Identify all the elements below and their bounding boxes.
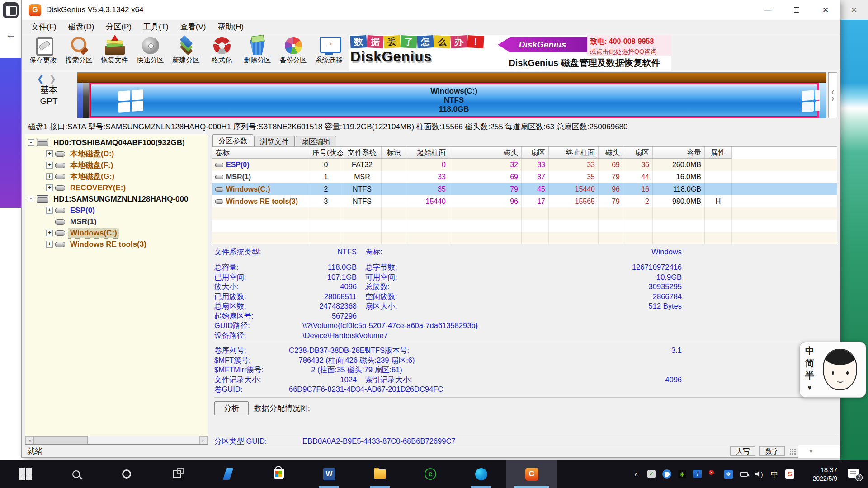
partition-block-msr[interactable] [83,83,89,118]
taskbar-search[interactable] [51,460,101,488]
col-end-cylinder[interactable]: 终止柱面 [549,147,599,159]
search-partition-button[interactable]: 搜索分区 [61,34,97,71]
tray-expand-button[interactable]: ∧ [630,468,642,480]
table-row-esp[interactable]: ESP(0) 0 FAT32 0 32 33 33 69 36 260.0MB [212,159,837,171]
col-start-sector[interactable]: 扇区 [522,147,549,159]
taskbar-store[interactable] [253,460,304,488]
resize-grip[interactable] [789,448,796,455]
tray-nvidia[interactable]: ◉ [676,468,688,480]
expander-icon[interactable]: + [46,162,53,169]
taskbar-file-explorer[interactable] [354,460,405,488]
tree-horizontal-scrollbar[interactable]: ◂ ▸ [25,436,208,444]
scrollbar-thumb[interactable] [33,436,88,444]
col-start-head[interactable]: 磁头 [449,147,522,159]
side-prev-icon[interactable]: ❮ [831,90,835,94]
quick-partition-button[interactable]: 快速分区 [132,34,168,71]
tree-item-windows-c[interactable]: + Windows(C:) [25,227,208,239]
start-button[interactable] [0,460,51,488]
tree-item-local-d[interactable]: + 本地磁盘(D:) [25,148,208,160]
background-app-icon[interactable] [3,2,19,18]
tray-messenger-app[interactable] [661,468,673,480]
expander-icon[interactable]: - [28,196,34,202]
tree-item-esp[interactable]: + ESP(0) [25,205,208,216]
tray-intel-graphics[interactable]: i [692,468,703,480]
tree-item-recovery-e[interactable]: + RECOVERY(E:) [25,182,208,193]
taskbar-clock[interactable]: 18:37 2022/5/9 [800,465,837,483]
expander-icon[interactable]: + [46,241,53,248]
backup-partition-button[interactable]: 备份分区 [275,34,311,71]
scroll-right-icon[interactable]: ▸ [199,436,208,444]
tray-freeze-tool[interactable]: ❄ [722,468,734,480]
disk-next-icon[interactable]: ❯ [49,74,61,84]
col-end-sector[interactable]: 扇区 [623,147,653,159]
menu-disk[interactable]: 磁盘(D) [62,20,100,34]
back-arrow-icon[interactable]: ← [5,28,16,41]
col-start-cylinder[interactable]: 起始柱面 [406,147,449,159]
partition-block-windows-c[interactable]: Windows(C:) NTFS 118.0GB [89,83,819,118]
save-changes-button[interactable]: 保存更改 [25,34,61,71]
task-view-button[interactable] [152,460,203,488]
menu-file[interactable]: 文件(F) [25,20,62,34]
col-volume-label[interactable]: 卷标 [212,147,309,159]
expander-icon[interactable]: + [46,207,53,214]
col-capacity[interactable]: 容量 [653,147,705,159]
taskbar-ie-browser[interactable]: e [405,460,456,488]
taskbar-diskgenius-active[interactable]: G [506,460,557,488]
tray-power[interactable] [738,468,750,480]
tree-item-windows-re[interactable]: + Windows RE tools(3) [25,239,208,250]
system-migration-button[interactable]: 系统迁移 [311,34,347,71]
disk-bar-side-nav[interactable]: ❮ ❯ [828,72,837,118]
col-attribute[interactable]: 属性 [705,147,732,159]
partition-block-esp[interactable] [77,83,83,118]
tray-security[interactable] [707,468,719,480]
col-index-status[interactable]: 序号(状态) [309,147,343,159]
tree-item-hd0[interactable]: - HD0:TOSHIBAMQ04ABF100(932GB) [25,137,208,148]
format-button[interactable]: 格式化 [204,34,240,71]
tab-sector-edit[interactable]: 扇区编辑 [296,136,336,146]
taskbar-word[interactable]: W [304,460,354,488]
taskbar-cortana[interactable] [101,460,152,488]
table-row-windows-re[interactable]: Windows RE tools(3) 3 NTFS 15440 96 17 1… [212,195,837,207]
expander-icon[interactable]: + [46,184,53,191]
recover-files-button[interactable]: 恢复文件 [97,34,132,71]
expander-icon[interactable]: + [46,150,53,157]
table-row-msr[interactable]: MSR(1) 1 MSR 33 69 37 35 79 44 16.0MB [212,171,837,183]
taskbar-app-flash[interactable] [203,460,253,488]
expander-icon[interactable]: - [28,139,34,146]
menu-view[interactable]: 查看(V) [175,20,212,34]
tree-item-hd1[interactable]: - HD1:SAMSUNGMZNLN128HAHQ-000 [25,193,208,205]
analyze-button[interactable]: 分析 [214,401,249,415]
tree-item-msr[interactable]: MSR(1) [25,216,208,227]
tray-sogou[interactable]: S [784,468,796,480]
menu-tools[interactable]: 工具(T) [137,20,175,34]
tab-browse-files[interactable]: 浏览文件 [254,136,295,146]
close-button[interactable]: ✕ [811,0,840,20]
ad-qq-link[interactable]: 或点击此处选择QQ咨询 [590,48,669,56]
delete-partition-button[interactable]: 删除分区 [240,34,275,71]
tree-item-local-g[interactable]: + 本地磁盘(G:) [25,171,208,182]
background-close-icon[interactable]: ✕ [840,0,868,20]
menu-help[interactable]: 帮助(H) [212,20,250,34]
col-filesystem[interactable]: 文件系统 [343,147,382,159]
scroll-down-icon[interactable]: ▼ [808,448,814,455]
tray-ime[interactable]: 中 [769,468,780,480]
scroll-left-icon[interactable]: ◂ [25,436,33,444]
tab-partition-params[interactable]: 分区参数 [212,134,253,146]
taskbar-edge[interactable] [456,460,506,488]
col-end-head[interactable]: 磁头 [599,147,623,159]
disk-prev-icon[interactable]: ❮ [37,74,49,84]
expander-icon[interactable]: + [46,230,53,236]
new-partition-button[interactable]: 新建分区 [168,34,204,71]
notification-center-button[interactable]: 2 [848,469,860,479]
side-next-icon[interactable]: ❯ [831,96,835,101]
expander-icon[interactable]: + [46,173,53,180]
tree-item-local-f[interactable]: + 本地磁盘(F:) [25,160,208,171]
tray-sync-app[interactable]: ✓ [646,468,657,480]
maximize-button[interactable] [782,0,811,20]
ad-banner[interactable]: 数 据 丢 了 怎 么 办 ！ DiskGenius DiskGenius 致电… [349,35,671,71]
minimize-button[interactable]: — [753,0,782,20]
col-flag[interactable]: 标识 [382,147,406,159]
menu-partition[interactable]: 分区(P) [100,20,137,34]
tray-volume[interactable]: ) [753,468,765,480]
table-row-windows-c-selected[interactable]: Windows(C:) 2 NTFS 35 79 45 15440 96 16 … [212,183,837,195]
